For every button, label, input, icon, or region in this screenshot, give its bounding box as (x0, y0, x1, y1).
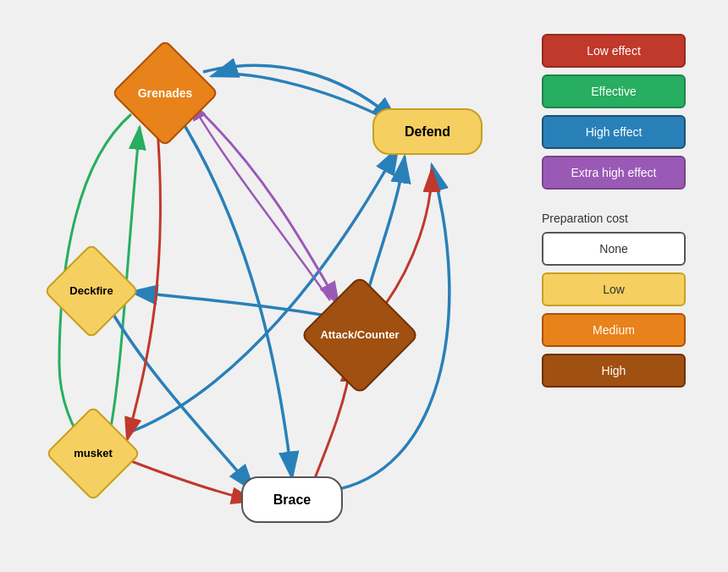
legend-cost-item: None (542, 232, 686, 266)
legend-cost-item: High (542, 354, 686, 388)
legend-effect-item: Effective (542, 74, 686, 108)
deckfire-node: Deckfire (49, 259, 134, 322)
deckfire-label: Deckfire (69, 284, 113, 297)
diagram-area: Grenades Defend Deckfire Attack/Counter … (0, 0, 525, 572)
main-container: Grenades Defend Deckfire Attack/Counter … (0, 0, 728, 572)
legend-effect-item: Extra high effect (542, 156, 686, 190)
legend-area: Low effectEffectiveHigh effectExtra high… (525, 0, 728, 572)
defend-label: Defend (405, 124, 450, 140)
brace-node: Brace (241, 476, 343, 523)
attack-counter-node: Attack/Counter (309, 294, 411, 375)
legend-cost-item: Medium (542, 313, 686, 347)
musket-node: musket (51, 421, 135, 485)
grenades-label: Grenades (138, 86, 193, 100)
legend-effect-item: High effect (542, 115, 686, 149)
defend-node: Defend (372, 108, 483, 155)
legend-cost-item: Low (542, 272, 686, 306)
legend-effect-item: Low effect (542, 34, 686, 68)
grenades-node: Grenades (119, 59, 212, 127)
brace-label: Brace (273, 492, 311, 508)
attack-counter-label: Attack/Counter (320, 328, 399, 341)
preparation-cost-title: Preparation cost (542, 212, 711, 225)
musket-label: musket (74, 447, 113, 459)
